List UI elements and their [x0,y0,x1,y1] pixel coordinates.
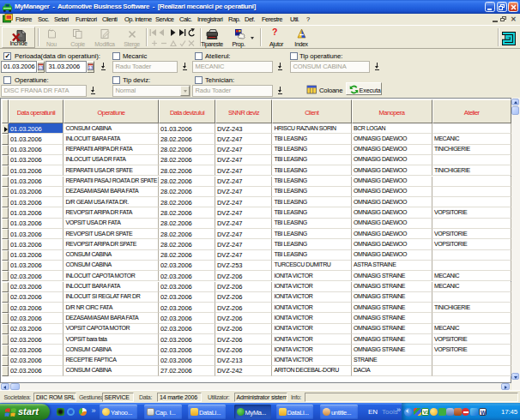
svg-text:13: 13 [39,65,44,70]
svg-text:13: 13 [88,65,94,70]
